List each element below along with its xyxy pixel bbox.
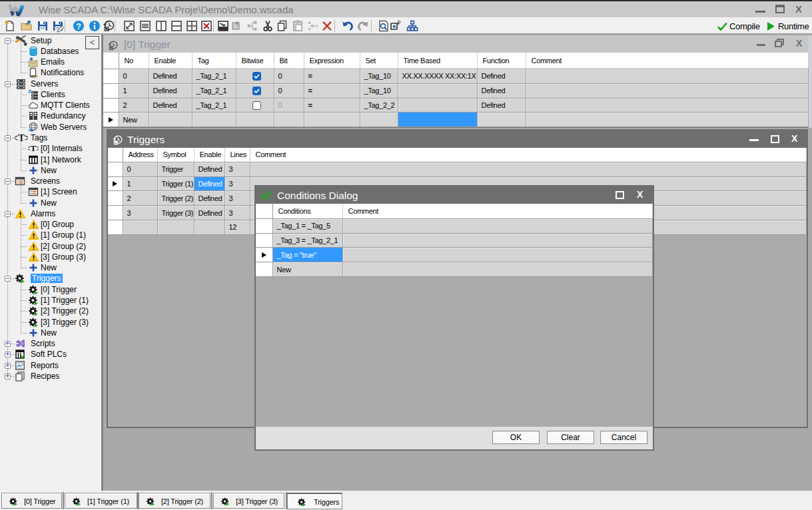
svg-text:<T>: <T>	[28, 144, 39, 153]
svg-text:?: ?	[76, 22, 81, 31]
svg-text:b: b	[398, 19, 401, 25]
svg-text:<T>: <T>	[15, 132, 28, 143]
